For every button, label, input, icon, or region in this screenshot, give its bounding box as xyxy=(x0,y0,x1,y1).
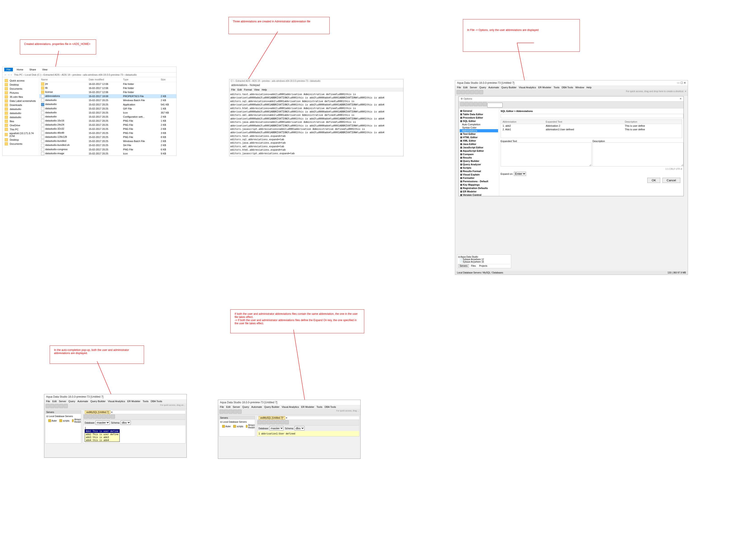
file-row[interactable]: datastudio15-02-2017 20:25Windows Batch … xyxy=(39,98,176,102)
tree-item[interactable]: ⊞ Results xyxy=(460,156,498,160)
file-row[interactable]: datastudio-24x2415-02-2017 20:25PNG File… xyxy=(39,123,176,127)
db-select[interactable]: master xyxy=(95,420,110,425)
tree-item[interactable]: ⊞ Query Analyzer xyxy=(460,163,498,166)
ads1-menubar[interactable]: FileEditServerQueryAutomateQuery Builder… xyxy=(44,399,186,403)
tree-item[interactable]: ⊞ Formatter xyxy=(460,176,498,180)
options-filter[interactable] xyxy=(500,114,684,118)
close-icon[interactable]: ✕ xyxy=(680,97,682,100)
ads2-editor[interactable]: vedMySQL [Untitled 7]* ✕ Database: maste… xyxy=(257,416,360,437)
tree-item[interactable]: ⊞ Permissions - Default xyxy=(460,180,498,183)
ads1-tab[interactable]: vedMySQL [Untitled 7] xyxy=(85,411,110,414)
expanded-textarea[interactable] xyxy=(500,142,592,166)
file-row[interactable]: datastudio-bundled15-02-2017 20:25Window… xyxy=(39,139,176,143)
tree-item[interactable]: ⊞ General xyxy=(460,109,498,113)
tab-servers[interactable]: Servers xyxy=(458,264,469,268)
options-search[interactable] xyxy=(487,103,503,108)
nav-item[interactable]: Pictures xyxy=(4,91,38,95)
tree-item[interactable]: ⊞ SQL Editor xyxy=(460,119,498,123)
tree-item[interactable]: Auto Completion xyxy=(460,123,498,126)
nav-item[interactable]: This PC xyxy=(4,128,38,132)
file-row[interactable]: license16-02-2017 12:06File folder xyxy=(39,90,176,94)
file-row[interactable]: datastudio-bundled.sh15-02-2017 20:25SH … xyxy=(39,143,176,147)
nav-item[interactable]: Desktop xyxy=(4,138,38,142)
tree-item[interactable]: ⊞ Registration Defaults xyxy=(460,187,498,190)
nav-item[interactable]: files xyxy=(4,119,38,123)
nav-item[interactable]: OneDrive xyxy=(4,123,38,128)
tree-item[interactable]: ⊞ Compare xyxy=(460,152,498,156)
nav-item[interactable]: Data Label screenshots xyxy=(4,99,38,103)
tree-item[interactable]: ⊞ XML Editor xyxy=(460,139,498,142)
notepad-menu[interactable]: FileEditFormatViewHelp xyxy=(229,88,403,92)
abbrev-grid[interactable]: AbbreviationExpanded TextDescription1. a… xyxy=(500,119,682,138)
nav-item[interactable]: Quick access xyxy=(4,79,38,83)
nav-item[interactable]: 35.vdm files xyxy=(4,95,38,99)
tree-item[interactable]: ⊞ ER Modeler xyxy=(460,190,498,193)
tab-file[interactable]: File xyxy=(4,68,13,72)
nav-item[interactable]: Desktop xyxy=(4,83,38,87)
file-row[interactable]: datastudio-image15-02-2017 20:25Icon9 KB xyxy=(39,151,176,156)
file-row[interactable]: datastudio-128x12815-02-2017 20:25PNG Fi… xyxy=(39,135,176,139)
cancel-button[interactable]: Cancel xyxy=(662,178,681,183)
db-select[interactable]: master xyxy=(269,426,284,430)
ads2-servers[interactable]: Servers ⊟ Local Database Servers Aster s… xyxy=(219,416,255,437)
tab-home[interactable]: Home xyxy=(15,68,26,72)
tree-item[interactable]: ⊞ Text Editor xyxy=(460,132,498,136)
tree-item[interactable]: ⊞ Results Format xyxy=(460,170,498,173)
file-row[interactable]: datastudio15-02-2017 20:25Application541… xyxy=(39,102,176,106)
breadcrumb[interactable]: ← → ↑ This PC › Local Disk (C:) › Extrac… xyxy=(2,73,176,77)
ads1-editor[interactable]: vedMySQL [Untitled 7] ✕ Database: master… xyxy=(83,410,185,444)
tree-item[interactable]: ⊞ Key Mappings xyxy=(460,183,498,187)
tab-projects[interactable]: Projects xyxy=(478,264,489,268)
tab-view[interactable]: View xyxy=(40,68,50,72)
nav-item[interactable]: Downloads xyxy=(4,103,38,107)
tree-item[interactable]: ⊞ Java Editor xyxy=(460,142,498,146)
file-row[interactable]: datastudio15-02-2017 20:25GIF File1 KB xyxy=(39,107,176,111)
schema-select[interactable]: dbo xyxy=(294,426,305,430)
nav-item[interactable]: Documents xyxy=(4,142,38,146)
tree-item[interactable]: ⊞ Procedure Editor xyxy=(460,116,498,119)
ok-button[interactable]: OK xyxy=(647,178,660,183)
tree-item[interactable]: ⊞ Version Control xyxy=(460,193,498,196)
file-row[interactable]: datastudio-32x3215-02-2017 20:25PNG File… xyxy=(39,127,176,131)
tree-item[interactable]: ⊞ Visual Explain xyxy=(460,173,498,176)
file-row[interactable]: lib16-02-2017 12:06File folder xyxy=(39,86,176,90)
explorer-nav[interactable]: Quick accessDesktopDocumentsPictures35.v… xyxy=(2,77,39,156)
file-row[interactable]: jre16-02-2017 12:06File folder xyxy=(39,82,176,86)
explorer-filelist[interactable]: NameDate modifiedTypeSize jre16-02-2017 … xyxy=(39,77,176,156)
nav-item[interactable]: Documents xyxy=(4,87,38,91)
notepad-content[interactable]: editors.text.abbreviations=abb1\u0001abb… xyxy=(229,92,403,156)
file-row[interactable]: datastudio-16x1615-02-2017 20:25PNG File… xyxy=(39,119,176,123)
file-row[interactable]: datastudio15-02-2017 20:25Configuration … xyxy=(39,115,176,119)
ads2-tab[interactable]: vedMySQL [Untitled 7]* xyxy=(259,416,285,420)
nav-item[interactable]: datastudio xyxy=(4,115,38,119)
tree-item[interactable]: ⊞ JavaScript Editor xyxy=(460,146,498,149)
tree-item[interactable]: Abbreviations xyxy=(460,129,498,132)
expand-on-select[interactable]: Enter xyxy=(514,172,526,176)
editor-line[interactable]: 1 abbrivation1:User defined xyxy=(257,431,359,436)
nav-item[interactable]: datastudio xyxy=(4,107,38,111)
tree-item[interactable]: Syntax Color xyxy=(460,126,498,129)
servers-panel[interactable]: ⊟ Aqua Data Studio 📄 Sybase Anywhere 12 … xyxy=(457,254,511,268)
ads1-servers[interactable]: Servers ⊟ Local Database Servers Aster s… xyxy=(45,410,81,444)
options-tree[interactable]: ⊞ General⊞ Table Data Editor⊞ Procedure … xyxy=(459,108,499,196)
nav-item[interactable]: datastudio xyxy=(4,111,38,115)
tab-share[interactable]: Share xyxy=(27,68,38,72)
tree-item[interactable]: ⊞ Scripts xyxy=(460,166,498,170)
abbrev-row[interactable]: 2. Abb1abbrivation1:User definedThis is … xyxy=(501,128,682,131)
tree-item[interactable]: ⊞ Table Data Editor xyxy=(460,113,498,116)
ads-menubar[interactable]: FileEditServerQueryAutomateQuery Builder… xyxy=(455,85,688,89)
file-row[interactable]: abbreviations16-02-2017 18:08PROPERTIES … xyxy=(39,94,176,98)
abbrev-row[interactable]: 1. abb2Abbrivation 2This is user define xyxy=(501,124,682,128)
autocomplete-popup[interactable]: Abb1 This is user define abb2 This is us… xyxy=(85,429,120,442)
tree-item[interactable]: ⊞ Query Builder xyxy=(460,160,498,163)
ads-toolbar[interactable]: For quick access, drag and drop here to … xyxy=(455,89,688,95)
ads2-menubar[interactable]: FileEditServerQueryAutomateQuery Builder… xyxy=(218,405,361,409)
tree-item[interactable]: ⊞ HTML Editor xyxy=(460,136,498,139)
description-textarea[interactable] xyxy=(593,142,684,166)
schema-select[interactable]: dbo xyxy=(121,420,131,425)
options-toolbar[interactable] xyxy=(459,102,684,108)
tree-item[interactable]: ⊞ AquaScript Editor xyxy=(460,149,498,152)
file-row[interactable]: datastudio-48x4815-02-2017 20:25PNG File… xyxy=(39,131,176,135)
nav-item[interactable]: aquafold (10.171.0.74 (Ché xyxy=(4,132,38,138)
tab-files[interactable]: Files xyxy=(470,264,477,268)
